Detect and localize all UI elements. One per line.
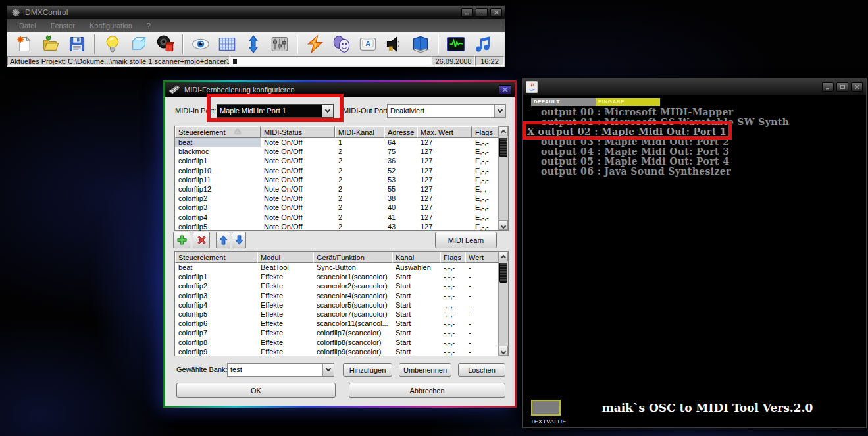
table-row[interactable]: colorflip1 Effekte scancolor1(scancolor)… — [175, 272, 231, 281]
table-row[interactable]: colorflip4 Effekte scancolor5(scancolor)… — [175, 300, 200, 310]
tab-eingabe[interactable]: EINGABE — [596, 98, 660, 106]
column-header[interactable]: Steuerelement — [175, 126, 261, 138]
table-row[interactable]: colorflip11 Note On/Off 2 53 127 E,-,- — [175, 175, 230, 184]
table-row[interactable]: colorflip1 Note On/Off 2 36 127 E,-,- — [175, 156, 224, 165]
maximize-button[interactable] — [476, 8, 488, 17]
column-header[interactable]: Flags — [472, 126, 499, 138]
column-header[interactable]: Max. Wert — [417, 126, 472, 138]
add-row-button[interactable] — [173, 232, 190, 248]
delete-bank-button[interactable]: Löschen — [458, 363, 505, 377]
open-project-icon[interactable] — [41, 35, 60, 53]
minimize-button[interactable] — [461, 8, 473, 17]
column-header[interactable]: Steuerelement — [175, 252, 257, 263]
close-button[interactable] — [851, 82, 863, 92]
menu-item[interactable]: Konfiguration — [89, 22, 132, 30]
chevron-down-icon — [501, 223, 506, 228]
menu-item[interactable]: Fenster — [51, 22, 75, 30]
output-list-item[interactable]: output 04 : Maple Midi Out: Port 3 — [523, 147, 863, 157]
delete-row-button[interactable] — [193, 232, 210, 248]
scroll-down-button[interactable] — [499, 220, 508, 230]
table-row[interactable]: colorflip5 Note On/Off 2 43 127 E,-,- — [175, 222, 499, 231]
midi-in-port-combo[interactable]: Maple Midi In: Port 1 — [217, 104, 334, 118]
textvalue-box[interactable] — [531, 400, 561, 416]
column-header[interactable]: MIDI-Kanal — [335, 126, 384, 138]
vertical-scrollbar[interactable] — [498, 252, 508, 356]
table-row[interactable]: colorflip8 Effekte colorflip8(scancolor)… — [175, 338, 499, 347]
ok-button[interactable]: OK — [176, 383, 336, 398]
scroll-up-button[interactable] — [499, 252, 508, 261]
output-list-item[interactable]: output 06 : Java Sound Synthesizer — [523, 167, 863, 177]
table-row[interactable]: colorflip3 Note On/Off 2 40 127 E,-,- — [175, 203, 499, 212]
speaker-icon[interactable] — [385, 35, 403, 53]
column-header[interactable]: Modul — [257, 252, 313, 263]
toolbar-separator — [182, 34, 184, 54]
dialog-title: MIDI-Fernbedienung konfigurieren — [184, 86, 295, 94]
ice-cube-icon[interactable] — [130, 35, 148, 53]
eye-icon[interactable] — [191, 35, 210, 53]
tab-default[interactable]: DEFAULT — [531, 98, 596, 106]
midi-in-dropdown-button[interactable] — [322, 105, 333, 117]
menu-item[interactable]: ? — [147, 22, 151, 30]
bank-dropdown-button[interactable] — [322, 364, 334, 376]
audio-scene-icon[interactable] — [156, 35, 174, 53]
bank-combo[interactable]: test — [227, 363, 334, 377]
scroll-up-button[interactable] — [499, 126, 508, 136]
minimize-button[interactable] — [822, 82, 834, 92]
lightning-icon[interactable] — [306, 35, 324, 53]
table-row[interactable]: colorflip3 Effekte scancolor4(scancolor)… — [175, 291, 223, 300]
add-bank-button[interactable]: Hinzufügen — [343, 363, 392, 377]
table-row[interactable]: colorflip2 Effekte scancolor2(scancolor)… — [175, 281, 254, 290]
chevron-down-icon — [325, 107, 330, 113]
keyboard-key-icon[interactable]: A — [359, 35, 377, 53]
output-list-item[interactable]: output 03 : Maple Midi Out: Port 2 — [523, 137, 863, 147]
save-project-icon[interactable] — [68, 35, 86, 53]
table-row[interactable]: colorflip4 Note On/Off 2 41 127 E,-,- — [175, 213, 499, 222]
new-project-icon[interactable] — [15, 35, 34, 53]
midi-out-port-combo[interactable]: Deaktiviert — [387, 104, 506, 118]
output-list-item[interactable]: output 05 : Maple Midi Out: Port 4 — [523, 157, 863, 167]
sliders-icon[interactable] — [270, 35, 289, 53]
table-row[interactable]: colorflip2 Note On/Off 2 38 127 E,-,- — [175, 194, 499, 203]
column-header[interactable]: Adresse — [384, 126, 417, 138]
column-header[interactable]: Kanal — [392, 252, 440, 263]
lightbulb-icon[interactable] — [103, 35, 122, 53]
waveform-monitor-icon[interactable] — [447, 35, 465, 53]
column-header[interactable]: Flags — [440, 252, 465, 263]
channel-grid-icon[interactable] — [218, 35, 236, 53]
scrollbar-thumb[interactable] — [499, 263, 507, 283]
table-row[interactable]: colorflip10 Note On/Off 2 52 127 E,-,- — [175, 166, 208, 175]
updown-arrows-icon[interactable] — [244, 35, 263, 53]
book-icon[interactable] — [411, 35, 430, 53]
cancel-button[interactable]: Abbrechen — [349, 383, 505, 398]
table-row[interactable]: beat BeatTool Sync-Button Auswählen -,-,… — [175, 263, 257, 272]
close-button[interactable] — [490, 8, 502, 17]
table-row[interactable]: colorflip9 Effekte colorflip9(scancolor)… — [175, 347, 499, 356]
masks-icon[interactable] — [332, 35, 351, 53]
music-note-icon[interactable] — [473, 35, 492, 53]
table-row[interactable]: blackmoc Note On/Off 2 75 127 E,-,- — [175, 147, 249, 156]
scroll-down-button[interactable] — [499, 346, 508, 356]
vertical-scrollbar[interactable] — [498, 126, 508, 230]
midi-out-dropdown-button[interactable] — [494, 105, 505, 117]
table-row[interactable]: colorflip6 Effekte scancolor11(scancol..… — [175, 319, 499, 328]
table-row[interactable]: colorflip5 Effekte scancolor7(scancolor)… — [175, 310, 209, 319]
dialog-titlebar: MIDI-Fernbedienung konfigurieren — [165, 82, 515, 97]
output-list-item[interactable]: X output 02 : Maple Midi Out: Port 1 — [523, 127, 863, 137]
table-row[interactable]: colorflip12 Note On/Off 2 55 127 E,-,- — [175, 184, 203, 194]
scrollbar-thumb[interactable] — [499, 138, 507, 157]
table-row[interactable]: colorflip7 Effekte colorflip7(scancolor)… — [175, 328, 499, 337]
window-title: DMXControl — [25, 8, 68, 17]
dialog-close-button[interactable] — [499, 85, 511, 95]
table-row[interactable]: beat Note On/Off 1 64 127 E,-,- — [175, 138, 261, 147]
output-list-item[interactable]: output 00 : Microsoft MIDI-Mapper — [523, 107, 863, 117]
output-list-item[interactable]: output 01 : Microsoft GS Wavetable SW Sy… — [523, 117, 863, 127]
rename-bank-button[interactable]: Umbenennen — [399, 363, 451, 377]
column-header[interactable]: MIDI-Status — [261, 126, 335, 138]
menu-item[interactable]: Datei — [19, 22, 36, 30]
move-up-button[interactable] — [216, 232, 230, 248]
column-header[interactable]: Gerät/Funktion — [313, 252, 392, 263]
column-header[interactable]: Wert — [465, 252, 499, 263]
maximize-button[interactable] — [836, 82, 848, 92]
midi-learn-button[interactable]: MIDI Learn — [435, 232, 497, 248]
move-down-button[interactable] — [232, 232, 246, 248]
